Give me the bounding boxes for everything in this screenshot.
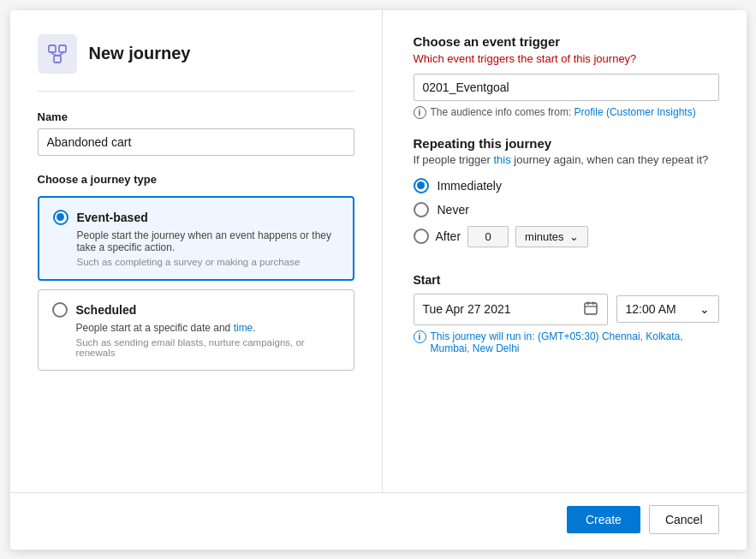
name-label: Name <box>38 110 354 123</box>
scheduled-desc: People start at a specific date and time… <box>76 322 340 334</box>
audience-link[interactable]: Profile (Customer Insights) <box>574 106 696 118</box>
timezone-info-icon: i <box>414 330 426 343</box>
left-panel: New journey Name Choose a journey type E… <box>10 10 383 492</box>
chevron-down-time-icon: ⌄ <box>699 302 710 316</box>
trigger-input[interactable]: 0201_Eventgoal <box>414 74 719 101</box>
trigger-title: Choose an event trigger <box>414 34 719 49</box>
never-radio[interactable] <box>414 202 429 217</box>
repeat-after-row[interactable]: After minutes ⌄ <box>414 226 719 247</box>
after-unit-label: minutes <box>525 230 564 243</box>
start-inputs-row: Tue Apr 27 2021 12:00 AM ⌄ <box>414 294 719 325</box>
page-title: New journey <box>89 44 191 63</box>
repeat-never-row[interactable]: Never <box>414 202 719 217</box>
create-button[interactable]: Create <box>567 506 640 533</box>
scheduled-radio[interactable] <box>52 302 68 318</box>
cancel-button[interactable]: Cancel <box>649 505 719 534</box>
event-based-option[interactable]: Event-based People start the journey whe… <box>38 196 354 281</box>
radio-dot <box>57 213 64 221</box>
event-based-example: Such as completing a survey or making a … <box>77 257 339 267</box>
scheduled-option[interactable]: Scheduled People start at a specific dat… <box>38 289 354 371</box>
start-time-value: 12:00 AM <box>626 302 676 316</box>
immediately-radio-dot <box>417 181 425 189</box>
event-based-desc: People start the journey when an event h… <box>77 229 339 253</box>
svg-rect-0 <box>49 45 56 52</box>
scheduled-title: Scheduled <box>76 303 137 317</box>
dialog-footer: Create Cancel <box>10 492 747 550</box>
immediately-radio[interactable] <box>414 178 429 193</box>
start-date-value: Tue Apr 27 2021 <box>423 302 511 316</box>
never-label: Never <box>438 203 469 217</box>
scheduled-example: Such as sending email blasts, nurture ca… <box>76 337 340 358</box>
name-input[interactable] <box>38 128 354 156</box>
dialog: New journey Name Choose a journey type E… <box>10 10 747 550</box>
start-time-input[interactable]: 12:00 AM ⌄ <box>616 295 719 323</box>
journey-type-label: Choose a journey type <box>38 173 354 186</box>
scheduled-header: Scheduled <box>52 302 340 318</box>
calendar-icon[interactable] <box>583 300 598 318</box>
after-value-input[interactable] <box>467 226 509 247</box>
svg-line-5 <box>52 54 57 56</box>
after-unit-select[interactable]: minutes ⌄ <box>515 226 588 247</box>
journey-icon <box>38 34 77 74</box>
svg-rect-7 <box>585 303 597 314</box>
after-label: After <box>436 229 461 243</box>
timezone-row: i This journey will run in: (GMT+05:30) … <box>414 330 719 354</box>
svg-line-6 <box>57 54 63 56</box>
header-divider <box>38 91 354 92</box>
trigger-value: 0201_Eventgoal <box>423 80 509 94</box>
repeat-subtitle: If people trigger this journey again, wh… <box>414 153 719 166</box>
start-label: Start <box>414 273 719 287</box>
audience-info-row: i The audience info comes from: Profile … <box>414 106 719 119</box>
trigger-subtitle: Which event triggers the start of this j… <box>414 52 719 65</box>
audience-info-text: The audience info comes from: Profile (C… <box>431 106 696 118</box>
timezone-text: This journey will run in: (GMT+05:30) Ch… <box>431 330 719 354</box>
immediately-label: Immediately <box>438 179 502 193</box>
info-icon: i <box>414 106 426 119</box>
svg-rect-2 <box>54 56 61 62</box>
right-panel: Choose an event trigger Which event trig… <box>383 10 747 492</box>
svg-rect-1 <box>59 45 66 52</box>
event-based-title: Event-based <box>77 211 148 224</box>
repeat-title: Repeating this journey <box>414 136 719 151</box>
dialog-body: New journey Name Choose a journey type E… <box>10 10 747 492</box>
event-based-header: Event-based <box>53 210 339 225</box>
start-date-input[interactable]: Tue Apr 27 2021 <box>414 294 608 325</box>
start-section: Start Tue Apr 27 2021 <box>414 273 719 354</box>
event-based-radio[interactable] <box>53 210 68 225</box>
after-radio[interactable] <box>414 229 429 244</box>
chevron-down-icon: ⌄ <box>569 230 579 243</box>
header-row: New journey <box>38 34 354 74</box>
repeat-immediately-row[interactable]: Immediately <box>414 178 719 193</box>
